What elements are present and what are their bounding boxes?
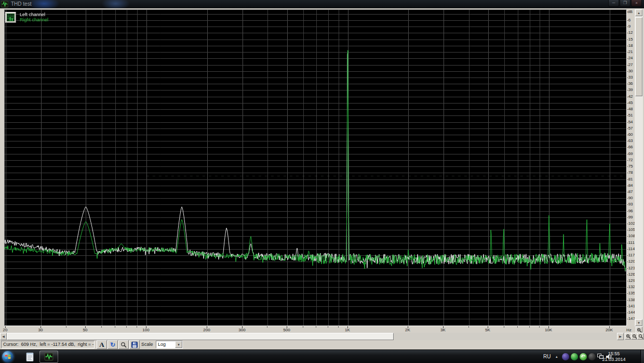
y-axis-label: -84 <box>627 183 633 188</box>
y-axis-label: -45 <box>627 100 633 105</box>
refresh-icon: ↻ <box>110 342 115 348</box>
app-body: Left channel Right channel dB -6-9-12-15… <box>0 8 644 349</box>
spectrum-plot-area[interactable]: Left channel Right channel <box>4 9 627 326</box>
y-axis-label: -102 <box>627 221 635 226</box>
tray-icon-green-app[interactable] <box>571 353 578 360</box>
titlebar-glow <box>29 0 60 8</box>
scroll-up-button[interactable]: ▲ <box>635 9 642 16</box>
x-axis: Hz 2030501002003005001K2K3K5K10K20K <box>0 326 635 333</box>
x-axis-tick <box>529 326 530 328</box>
x-axis-tick <box>101 326 102 328</box>
tray-icon-dark-app[interactable] <box>588 353 596 360</box>
close-button[interactable]: × <box>631 0 642 7</box>
y-axis-label: -42 <box>627 94 633 99</box>
zoom-reset-icon <box>638 334 643 339</box>
y-axis-unit: dB <box>627 9 633 14</box>
tray-icon-purple-app[interactable] <box>562 353 569 360</box>
y-axis-label: -93 <box>627 202 633 206</box>
x-axis-tick <box>468 326 469 328</box>
spectrum-canvas[interactable] <box>5 10 626 326</box>
x-axis-tick <box>267 326 267 328</box>
refresh-button[interactable]: ↻ <box>108 340 118 349</box>
scale-label: Scale <box>141 342 153 347</box>
hidden-icons-chevron[interactable]: ▴ <box>556 355 558 359</box>
x-axis-label: 1K <box>345 328 350 332</box>
x-axis-label: 20K <box>606 328 613 332</box>
clock-time: 15:55 <box>597 351 630 357</box>
y-axis-label: -57 <box>627 126 633 131</box>
y-axis-label: -141 <box>627 304 635 308</box>
y-axis-label: -120 <box>627 259 635 264</box>
y-axis-label: -18 <box>627 43 633 48</box>
y-axis-label: -99 <box>627 215 633 219</box>
y-axis-label: -90 <box>627 196 633 200</box>
minimize-button[interactable]: ─ <box>608 0 619 7</box>
x-axis-tick <box>66 326 66 328</box>
font-button[interactable]: A <box>97 340 107 349</box>
scroll-left-button[interactable]: ◀ <box>0 333 7 340</box>
chevron-down-icon[interactable]: ▼ <box>175 341 182 348</box>
y-axis-label: -108 <box>627 234 635 238</box>
y-axis-label: -72 <box>627 158 633 162</box>
y-axis-label: -147 <box>627 316 635 321</box>
maximize-button[interactable]: ❐ <box>620 0 630 7</box>
x-axis-label: 200 <box>203 328 210 332</box>
y-axis-label: -111 <box>627 240 635 245</box>
y-axis-label: -9 <box>627 24 630 29</box>
y-axis-label: -30 <box>627 69 633 73</box>
x-axis-label: 10K <box>545 328 552 332</box>
y-axis-label: -135 <box>627 291 635 295</box>
taskbar-clock[interactable]: 15:55 21.03.2014 <box>597 351 630 362</box>
x-axis-label: 50 <box>83 328 88 332</box>
x-axis-tick <box>338 326 339 328</box>
x-axis-label: 2K <box>405 328 410 332</box>
show-desktop-button[interactable] <box>640 350 644 363</box>
y-axis-label: -114 <box>627 247 635 251</box>
x-axis-tick <box>539 326 540 328</box>
zoom-reset-button[interactable] <box>637 333 644 340</box>
zoom-tool-button[interactable] <box>118 340 129 349</box>
vertical-scrollbar[interactable]: ▲ ▼ <box>635 9 643 327</box>
title-bar[interactable]: THD test ─ ❐ × <box>0 0 644 8</box>
y-axis-label: -75 <box>627 164 633 168</box>
y-axis-label: -81 <box>627 177 633 182</box>
y-axis-label: -78 <box>627 170 633 175</box>
x-axis-tick <box>517 326 518 328</box>
y-axis-label: -21 <box>627 49 633 54</box>
legend-right-channel: Right channel <box>20 17 48 22</box>
x-axis-tick <box>504 326 504 328</box>
save-icon <box>131 342 138 348</box>
zoom-in-icon <box>626 334 631 339</box>
scroll-down-button[interactable]: ▼ <box>635 319 642 326</box>
app-icon <box>1 1 8 8</box>
legend-left-channel: Left channel <box>20 12 48 17</box>
horizontal-scroll-thumb[interactable] <box>7 333 394 340</box>
status-bar: Cursor: 609 Hz, left = -117.54 dB, right… <box>0 340 644 349</box>
x-axis-tick <box>126 326 127 328</box>
x-axis-tick <box>137 326 137 328</box>
y-axis-label: -126 <box>627 272 635 277</box>
y-axis-label: -36 <box>627 81 633 86</box>
y-axis: dB -6-9-12-15-18-21-24-27-30-33-36-39-42… <box>627 9 635 333</box>
horizontal-scrollbar[interactable]: ◀ ▶ <box>0 333 624 340</box>
scroll-right-button[interactable]: ▶ <box>617 333 624 340</box>
x-axis-label: 100 <box>142 328 149 332</box>
save-button[interactable] <box>129 340 140 349</box>
y-axis-label: -39 <box>627 87 633 92</box>
vertical-scroll-thumb[interactable] <box>635 17 642 96</box>
y-axis-label: -54 <box>627 120 633 124</box>
y-axis-label: -24 <box>627 56 633 60</box>
scale-dropdown[interactable]: Log ▼ <box>156 341 183 348</box>
y-axis-label: -27 <box>627 62 633 67</box>
legend-settings-button[interactable] <box>5 12 16 23</box>
scale-value: Log <box>158 342 166 347</box>
y-axis-label: -66 <box>627 145 633 149</box>
language-indicator[interactable]: RU <box>543 354 551 359</box>
taskbar: RU ▴ 15:55 21.03.2014 <box>0 349 644 363</box>
cursor-readout: Cursor: 609 Hz, left = -117.54 dB, right… <box>1 341 95 348</box>
magnifier-icon <box>120 342 127 348</box>
y-axis-label: -144 <box>627 310 635 315</box>
x-axis-label: 3K <box>440 328 446 332</box>
y-axis-label: -33 <box>627 75 633 80</box>
tray-icon-swirl-app[interactable] <box>580 353 587 360</box>
